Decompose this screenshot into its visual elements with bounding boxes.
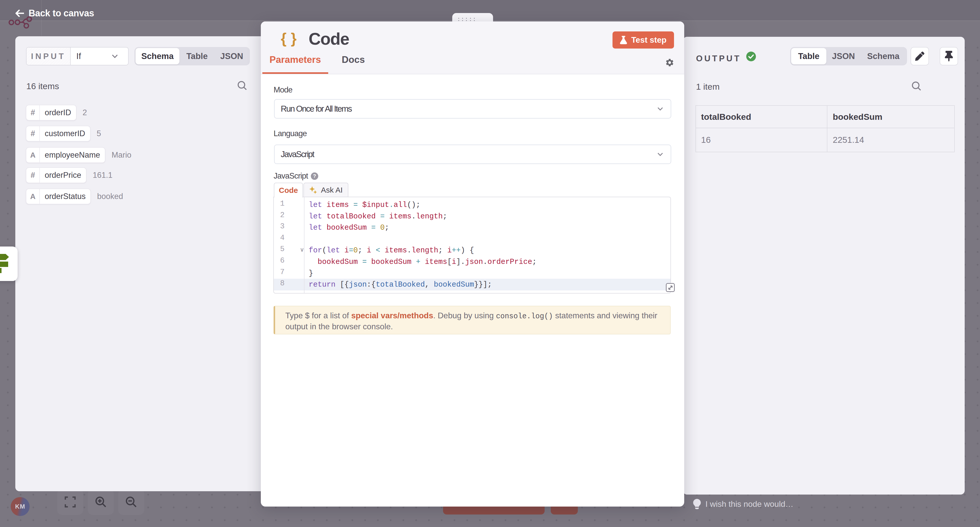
svg-text:?: ?: [313, 173, 316, 179]
